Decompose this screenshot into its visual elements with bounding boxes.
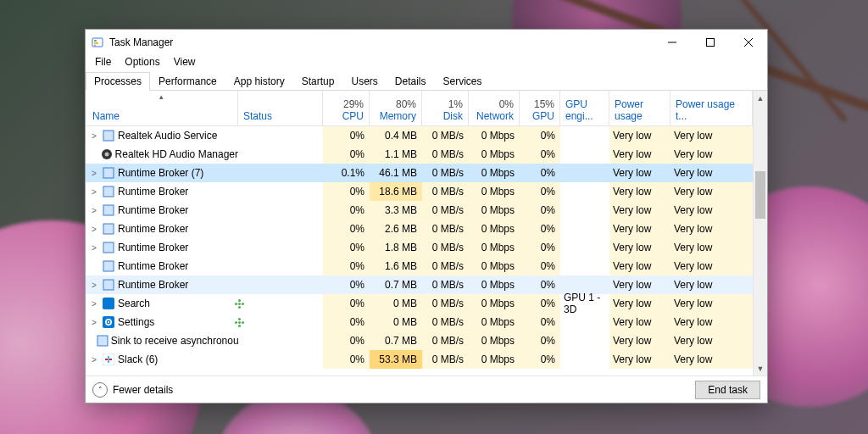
power-usage-cell: Very low [609, 257, 670, 275]
menubar: FileOptionsView [86, 54, 767, 71]
gpu-engine-cell [560, 238, 609, 257]
process-row[interactable]: >Runtime Broker0%1.8 MB0 MB/s0 Mbps0%Ver… [86, 238, 753, 257]
process-name: Runtime Broker [118, 186, 188, 198]
process-rows: >Realtek Audio Service0%0.4 MB0 MB/s0 Mb… [86, 126, 753, 376]
scroll-up-button[interactable]: ▲ [754, 91, 767, 105]
process-status [238, 145, 323, 164]
process-row[interactable]: >Runtime Broker0%1.6 MB0 MB/s0 Mbps0%Ver… [86, 257, 753, 275]
close-button[interactable] [729, 30, 767, 54]
process-row[interactable]: >Runtime Broker0%2.6 MB0 MB/s0 Mbps0%Ver… [86, 220, 753, 238]
tab-details[interactable]: Details [387, 72, 435, 91]
process-status [238, 275, 323, 294]
svg-rect-11 [103, 168, 114, 178]
col-disk[interactable]: 1%Disk [422, 91, 469, 125]
cpu-cell: 0% [323, 145, 370, 164]
gpu-engine-cell: GPU 1 - 3D [560, 294, 609, 313]
process-status [238, 350, 323, 369]
expand-chevron-icon[interactable]: > [89, 225, 99, 234]
expand-chevron-icon[interactable]: > [89, 281, 99, 290]
disk-cell: 0 MB/s [422, 145, 469, 164]
tab-performance[interactable]: Performance [150, 72, 225, 91]
process-row[interactable]: >Sink to receive asynchronous ca...0%0.7… [86, 331, 753, 350]
process-row[interactable]: >Runtime Broker0%18.6 MB0 MB/s0 Mbps0%Ve… [86, 182, 753, 201]
col-gpu[interactable]: 15%GPU [520, 91, 560, 125]
svg-rect-13 [103, 205, 114, 215]
gpu-engine-cell [560, 201, 609, 220]
col-status[interactable]: Status [238, 91, 323, 125]
power-usage-trend-cell: Very low [670, 257, 753, 275]
process-name: Runtime Broker [118, 204, 188, 216]
process-icon [102, 185, 115, 198]
process-icon [102, 278, 115, 292]
window-title: Task Manager [109, 36, 173, 48]
scroll-thumb[interactable] [755, 171, 765, 219]
menu-options[interactable]: Options [119, 54, 165, 71]
network-cell: 0 Mbps [469, 275, 520, 294]
process-row[interactable]: >Runtime Broker (7)0.1%46.1 MB0 MB/s0 Mb… [86, 164, 753, 182]
tab-users[interactable]: Users [342, 72, 386, 91]
power-usage-cell: Very low [609, 313, 670, 331]
power-usage-cell: Very low [609, 238, 670, 257]
cpu-cell: 0% [323, 182, 370, 201]
scroll-track[interactable] [754, 105, 767, 361]
process-row[interactable]: >Settings0%0 MB0 MB/s0 Mbps0%Very lowVer… [86, 313, 753, 331]
col-power-usage-trend[interactable]: Power usage t... [670, 91, 753, 125]
svg-rect-12 [103, 186, 114, 197]
process-row[interactable]: >Slack (6)0%53.3 MB0 MB/s0 Mbps0%Very lo… [86, 350, 753, 369]
disk-cell: 0 MB/s [422, 238, 469, 257]
memory-cell: 0.7 MB [370, 275, 422, 294]
tab-services[interactable]: Services [435, 72, 491, 91]
process-icon [102, 129, 115, 142]
menu-file[interactable]: File [89, 54, 117, 71]
expand-chevron-icon[interactable]: > [89, 131, 99, 141]
gpu-engine-cell [560, 126, 609, 145]
process-icon [102, 222, 115, 236]
expand-chevron-icon[interactable]: > [89, 206, 99, 215]
expand-chevron-icon[interactable]: > [89, 187, 99, 197]
disk-cell: 0 MB/s [422, 164, 469, 182]
svg-rect-20 [103, 298, 114, 309]
col-name[interactable]: ▴ Name [86, 91, 238, 125]
process-row[interactable]: >Runtime Broker0%0.7 MB0 MB/s0 Mbps0%Ver… [86, 275, 753, 294]
process-row[interactable]: >Search0%0 MB0 MB/s0 Mbps0%GPU 1 - 3DVer… [86, 294, 753, 313]
network-cell: 0 Mbps [469, 257, 520, 275]
cpu-cell: 0% [323, 331, 370, 350]
tab-startup[interactable]: Startup [293, 72, 343, 91]
expand-chevron-icon[interactable]: > [89, 169, 99, 178]
network-cell: 0 Mbps [469, 220, 520, 238]
process-row[interactable]: >Realtek Audio Service0%0.4 MB0 MB/s0 Mb… [86, 126, 753, 145]
col-network[interactable]: 0%Network [469, 91, 520, 125]
col-power-usage[interactable]: Power usage [609, 91, 670, 125]
minimize-button[interactable] [653, 30, 691, 54]
maximize-button[interactable] [691, 30, 729, 54]
gpu-engine-cell [560, 331, 609, 350]
tab-processes[interactable]: Processes [86, 72, 150, 91]
svg-point-10 [104, 153, 108, 157]
gpu-cell: 0% [520, 257, 560, 275]
expand-chevron-icon[interactable]: > [89, 318, 99, 327]
expand-chevron-icon[interactable]: > [89, 243, 99, 253]
titlebar[interactable]: Task Manager [86, 30, 767, 54]
expand-chevron-icon[interactable]: > [89, 355, 99, 364]
process-row[interactable]: >Realtek HD Audio Manager0%1.1 MB0 MB/s0… [86, 145, 753, 164]
end-task-button[interactable]: End task [695, 381, 760, 399]
process-name: Realtek HD Audio Manager [115, 148, 238, 160]
memory-cell: 18.6 MB [370, 182, 422, 201]
col-gpu-engine[interactable]: GPU engi... [560, 91, 609, 125]
tab-app-history[interactable]: App history [225, 72, 293, 91]
gpu-engine-cell [560, 164, 609, 182]
power-usage-trend-cell: Very low [670, 294, 753, 313]
scroll-down-button[interactable]: ▼ [754, 361, 767, 376]
fewer-details-button[interactable]: ˄ Fewer details [92, 382, 173, 398]
power-usage-cell: Very low [609, 331, 670, 350]
process-row[interactable]: >Runtime Broker0%3.3 MB0 MB/s0 Mbps0%Ver… [86, 201, 753, 220]
col-memory[interactable]: 80%Memory [370, 91, 422, 125]
gpu-engine-cell [560, 257, 609, 275]
vertical-scrollbar[interactable]: ▲ ▼ [753, 91, 767, 376]
menu-view[interactable]: View [168, 54, 202, 71]
col-cpu[interactable]: 29%CPU [323, 91, 370, 125]
cpu-cell: 0% [323, 275, 370, 294]
expand-chevron-icon[interactable]: > [89, 299, 99, 309]
network-cell: 0 Mbps [469, 201, 520, 220]
disk-cell: 0 MB/s [422, 220, 469, 238]
